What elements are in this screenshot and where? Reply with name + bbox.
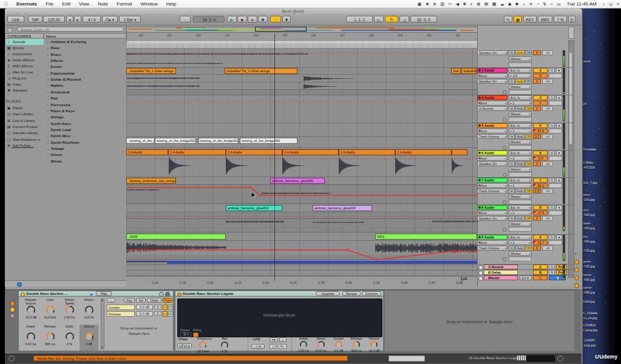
- menu-status-icon-17[interactable]: ⇅: [543, 2, 547, 7]
- name-column-header[interactable]: Name: [44, 33, 126, 39]
- menu-status-icon-14[interactable]: ⌂: [523, 2, 525, 7]
- clip[interactable]: 1 4-Audio: [339, 149, 395, 155]
- track-number-badge[interactable]: 9: [533, 235, 548, 240]
- play-button[interactable]: ▶: [227, 16, 237, 22]
- send-b-field[interactable]: -inf: [542, 246, 553, 251]
- panel-round-button-2[interactable]: [574, 275, 579, 280]
- send-b-field[interactable]: -inf: [542, 161, 553, 166]
- browser-list-item[interactable]: ▹Synth Rhythmic: [45, 140, 124, 146]
- track-master-menu[interactable]: Master ▾: [509, 56, 532, 61]
- track-in-menu[interactable]: Ext. In ▾: [509, 95, 532, 100]
- track-activator-icon[interactable]: [478, 206, 481, 209]
- arm-button[interactable]: ●: [556, 205, 562, 210]
- chain-scrollbar[interactable]: [101, 298, 104, 349]
- mini-keyboard-icon[interactable]: [517, 356, 526, 360]
- track-name-field[interactable]: [509, 90, 532, 95]
- chain-pan[interactable]: C: [154, 311, 161, 316]
- track-volume-field[interactable]: 0: [533, 73, 548, 78]
- macro-knob[interactable]: [46, 306, 55, 314]
- track-out-menu[interactable]: Speaker On ▾: [477, 216, 507, 221]
- browser-list-item[interactable]: ▹Pad: [45, 95, 124, 101]
- punch-out-button[interactable]: ◿: [399, 16, 409, 22]
- sampler-power-led[interactable]: [177, 292, 182, 297]
- arm-button[interactable]: ●: [556, 178, 562, 183]
- draw-mode-button[interactable]: ✎: [504, 16, 512, 22]
- track-activator-icon[interactable]: [478, 236, 481, 238]
- browser-list-item[interactable]: ▹Strings: [45, 114, 124, 120]
- clip[interactable]: 1 4-Audio: [282, 149, 339, 155]
- menu-status-icon-8[interactable]: ✿: [477, 2, 480, 7]
- track-number-badge[interactable]: 3: [533, 68, 548, 73]
- solo-button[interactable]: S: [549, 178, 555, 183]
- send-b-field[interactable]: -inf: [542, 106, 553, 111]
- pan-knob[interactable]: [549, 211, 562, 215]
- track-in-menu[interactable]: Ext. In ▾: [509, 68, 532, 73]
- browser-list-item[interactable]: ▹Exotic: [45, 64, 124, 70]
- clip[interactable]: ..h003: [126, 234, 226, 240]
- nudge-up-button[interactable]: ▸: [74, 16, 81, 22]
- device-strip-icon-2[interactable]: [10, 313, 15, 318]
- quantize-menu[interactable]: 1 Bar ▾: [119, 16, 141, 22]
- env-knob-volume[interactable]: [370, 341, 378, 348]
- clip[interactable]: ..bowing_underside_two_strings: [126, 178, 176, 184]
- track-name[interactable]: 3 Audio: [477, 68, 507, 73]
- macro-knob[interactable]: [66, 332, 74, 341]
- menu-item-window[interactable]: Window: [140, 1, 157, 7]
- desktop-file-label[interactable]: haron-: [583, 273, 592, 277]
- computer-midi-keyboard-button[interactable]: ▦: [514, 16, 522, 22]
- browser-list-item[interactable]: ▹Mallets: [45, 83, 124, 89]
- sample-display[interactable]: [177, 298, 382, 337]
- overdub-button[interactable]: ✚: [258, 16, 268, 22]
- track-master-menu[interactable]: Master ▾: [509, 112, 532, 116]
- desktop-file-label[interactable]: 3cb_7.jpg: [583, 181, 597, 184]
- loop-length-field[interactable]: 52. 0. 0: [410, 16, 437, 22]
- desktop-file-label[interactable]: nini-: [583, 208, 589, 212]
- desktop-file-label[interactable]: 1.jpeg.jpg: [583, 328, 597, 332]
- env-knob-decay[interactable]: [317, 341, 325, 348]
- macro-knob[interactable]: [85, 332, 93, 341]
- track-name[interactable]: 8 Audio: [477, 205, 507, 210]
- track-name-field[interactable]: [509, 227, 532, 232]
- desktop-file-label[interactable]: -483.jpg: [583, 213, 595, 217]
- pan-knob[interactable]: [549, 183, 562, 188]
- browser-list-item[interactable]: ▹Synth Lead: [45, 127, 124, 133]
- return-badge[interactable]: A: [533, 265, 548, 269]
- arm-button[interactable]: ●: [556, 123, 562, 128]
- loop-button[interactable]: ↻: [385, 16, 398, 22]
- browser-list-item[interactable]: ▹Synth Misc: [45, 133, 124, 139]
- monitor-off-button[interactable]: Off: [525, 246, 532, 251]
- menu-item-edit[interactable]: Edit: [62, 1, 70, 7]
- clip[interactable]: 1 4-Audio: [126, 149, 168, 155]
- tap-tempo-button[interactable]: TAP: [28, 16, 42, 22]
- monitor-in-button[interactable]: In: [509, 189, 515, 194]
- track-name[interactable]: 4 Audio: [477, 95, 507, 100]
- desktop-file-label[interactable]: -700.jpg: [583, 265, 595, 268]
- monitor-auto-button[interactable]: Auto: [515, 246, 524, 251]
- input-channel-menu[interactable]: ▪ 1/2 ▾: [509, 73, 532, 78]
- clip[interactable]: artificial_harmonic_gliss005: [270, 178, 325, 184]
- sidebar-place-current-project[interactable]: ▤ Current Project: [6, 124, 44, 130]
- automation-arm-button[interactable]: ◦◦: [270, 16, 281, 22]
- track-in-menu[interactable]: Ext. In ▾: [509, 123, 532, 128]
- sidebar-item-samples[interactable]: ✚ Samples: [6, 87, 44, 93]
- monitor-off-button[interactable]: Off: [525, 134, 532, 139]
- scrollbar-thumb[interactable]: [569, 53, 572, 144]
- track-out-menu[interactable]: A-Reverb ▾: [477, 106, 507, 111]
- send-a-knob[interactable]: 0: [533, 161, 541, 166]
- sidebar-item-audio-effects[interactable]: ◈ Audio Effects: [6, 57, 44, 63]
- desktop-file-label[interactable]: the-: [583, 235, 588, 238]
- desktop-file-label[interactable]: ntent: [583, 59, 590, 63]
- clip[interactable]: h001: [375, 234, 477, 240]
- monitor-auto-button[interactable]: Auto: [515, 50, 524, 55]
- desktop-file-label[interactable]: .jpeg.jpg: [583, 343, 596, 347]
- panel-round-button-1[interactable]: [574, 268, 579, 272]
- rack-hotswap-icon[interactable]: [159, 292, 164, 297]
- upgrade-button[interactable]: Upgrade: [316, 291, 340, 296]
- cue-out-menu[interactable]: 1/2 ▾: [520, 275, 532, 280]
- desktop-file-label[interactable]: 02df.jpg: [583, 300, 595, 303]
- desktop-file-label[interactable]: Template: [583, 147, 596, 151]
- menu-status-icon-0[interactable]: ▣: [418, 2, 422, 7]
- menu-clock[interactable]: Tue 11:40 AM: [567, 1, 597, 7]
- track-name[interactable]: 7 Audio: [477, 178, 507, 183]
- track-name[interactable]: 5 Audio: [477, 123, 507, 128]
